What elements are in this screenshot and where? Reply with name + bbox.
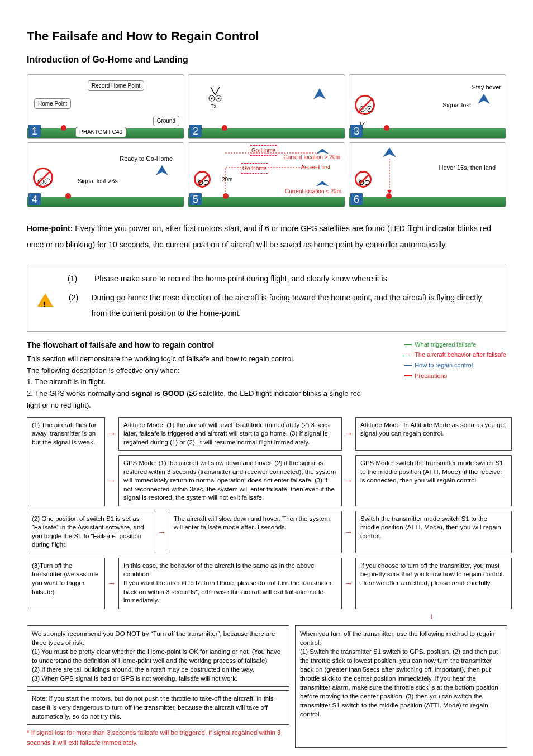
svg-line-1	[215, 87, 220, 95]
svg-point-23	[365, 180, 369, 185]
home-point-paragraph: Home-point: Every time you power on, aft…	[27, 221, 506, 253]
label-signal-lost-3s: Signal lost >3s	[78, 176, 118, 186]
no-signal-icon	[355, 95, 375, 115]
svg-marker-7	[478, 94, 490, 104]
home-point-dot	[386, 193, 392, 199]
flow-behavior-2: The aircraft will slow down and hover. T…	[169, 511, 342, 553]
svg-marker-19	[383, 147, 396, 157]
no-signal-icon	[33, 168, 53, 188]
svg-point-22	[359, 180, 364, 185]
cell-number: 4	[28, 193, 41, 205]
svg-point-13	[38, 179, 44, 184]
svg-point-11	[369, 108, 370, 110]
flow-trigger-3: (3)Turn off the transmitter (we assume y…	[27, 558, 105, 609]
warning-icon	[37, 293, 53, 307]
diagram-cell-1: Record Home Point Home Point Ground PHAN…	[27, 74, 184, 139]
label-ground: Ground	[153, 116, 179, 126]
footnote: * If signal lost for more than 3 seconds…	[27, 728, 289, 748]
label-signal-lost: Signal lost	[442, 101, 471, 110]
page-subtitle: Introduction of Go-Home and Landing	[27, 53, 506, 66]
cell-number: 1	[28, 125, 41, 137]
cell-number: 2	[189, 125, 202, 137]
flow-regain-1a: Attitude Mode: In Attitude Mode as soon …	[355, 417, 512, 451]
svg-point-4	[211, 98, 213, 99]
note-2-text: During go-home the nose direction of the…	[91, 290, 498, 321]
home-point-dot	[222, 125, 227, 131]
diagram-cell-6: Hover 15s, then land Tx 6	[349, 142, 506, 207]
page-title: The Failsafe and How to Regain Control	[27, 27, 506, 45]
flow-behavior-1b: GPS Mode: (1) the aircraft will slow dow…	[118, 455, 342, 506]
no-signal-icon	[355, 171, 372, 188]
aircraft-icon	[477, 93, 491, 105]
down-arrow-icon: ↓	[27, 610, 434, 622]
tx-icon	[207, 85, 223, 102]
home-point-dot	[384, 125, 389, 131]
flow-regain-1b: GPS Mode: switch the transmitter mode sw…	[355, 455, 512, 506]
svg-point-14	[45, 179, 50, 184]
diagram-cell-5: Go-Home Current location > 20m Go-Home A…	[188, 142, 345, 207]
label-hover-land: Hover 15s, then land	[439, 163, 496, 173]
flowchart-section: What triggered failsafe The aircraft beh…	[27, 339, 506, 748]
label-device: PHANTOM FC40	[75, 127, 126, 137]
svg-marker-12	[156, 165, 168, 175]
flow-trigger-1: (1) The aircraft flies far away, transmi…	[27, 417, 105, 506]
note-1-text: Please make sure to record the home-poin…	[94, 271, 389, 286]
diagram-cell-3: Stay hover Signal lost Tx 3	[349, 74, 506, 139]
aircraft-icon	[155, 164, 169, 176]
flowchart-intro: This section will demonstrate the workin…	[27, 353, 373, 412]
svg-line-0	[211, 87, 215, 95]
note-2-label: (2)	[69, 290, 81, 305]
svg-marker-6	[313, 88, 326, 99]
failsafe-diagram: Record Home Point Home Point Ground PHAN…	[27, 74, 506, 207]
svg-point-17	[198, 180, 203, 185]
cell-number: 5	[189, 193, 202, 205]
svg-point-10	[362, 108, 364, 110]
risk-warning-box: We strongly recommend you DO NOT try “Tu…	[27, 625, 289, 687]
svg-point-8	[360, 106, 365, 112]
no-signal-icon	[194, 171, 211, 188]
caution-box: (1) Please make sure to record the home-…	[27, 264, 506, 332]
flow-regain-3: If you choose to turn off the transmitte…	[355, 558, 512, 609]
flow-regain-2: Switch the transmitter mode switch S1 to…	[355, 511, 512, 553]
label-record-home: Record Home Point	[88, 80, 144, 91]
cell-number: 3	[350, 125, 363, 137]
flowchart-legend: What triggered failsafe The aircraft beh…	[404, 339, 506, 381]
aircraft-icon	[311, 87, 328, 102]
svg-marker-16	[316, 181, 329, 186]
home-point-dot	[61, 125, 66, 131]
diagram-cell-2: Tx 2	[188, 74, 345, 139]
note-1-label: (1)	[68, 271, 84, 286]
flow-trigger-2: (2) One position of switch S1 is set as …	[27, 511, 155, 553]
diagram-cell-4: Ready to Go-Home Signal lost >3s Tx 4	[27, 142, 184, 207]
regain-method-box: When you turn off the transmitter, use t…	[295, 625, 507, 748]
label-ready-gohome: Ready to Go-Home	[120, 154, 173, 164]
svg-marker-15	[316, 149, 329, 154]
svg-point-5	[218, 98, 220, 99]
land-path	[383, 146, 405, 197]
label-home-point: Home Point	[34, 98, 71, 109]
gohome-path	[222, 146, 334, 197]
risk-note-box: Note: if you start the motors, but do no…	[27, 690, 289, 725]
flow-behavior-3: In this case, the behavior of the aircra…	[118, 558, 342, 609]
home-point-dot	[65, 193, 71, 199]
svg-point-18	[204, 180, 208, 185]
flow-behavior-1a: Attitude Mode: (1) the aircraft will lev…	[118, 417, 342, 451]
label-stay-hover: Stay hover	[472, 83, 501, 92]
home-point-dot	[223, 193, 229, 199]
cell-number: 6	[350, 193, 363, 205]
